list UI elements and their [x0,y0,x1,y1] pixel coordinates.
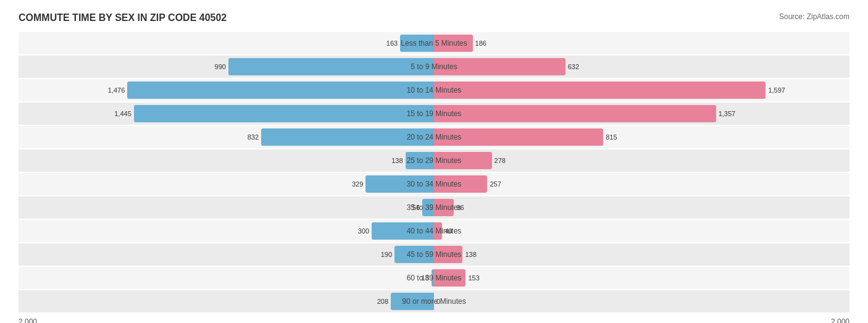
row-label: 90 or more Minutes [402,290,465,313]
female-value: 1,597 [766,86,785,94]
female-side: 1,357 [434,105,716,122]
chart-row: 300 40 to 44 Minutes 40 [19,220,849,242]
female-value: 153 [465,274,479,282]
chart-row: 13 60 to 89 Minutes 153 [19,267,849,289]
female-value: 138 [462,251,476,258]
row-label: 45 to 59 Minutes [407,243,462,266]
male-bar [134,105,434,122]
female-value: 1,357 [716,110,736,117]
row-label: 35 to 39 Minutes [407,196,462,219]
male-side: 1,445 [134,105,434,122]
chart-row: 190 45 to 59 Minutes 138 [19,243,849,266]
source-label: Source: ZipAtlas.com [779,12,849,21]
female-value: 815 [603,133,617,141]
chart-title: COMMUTE TIME BY SEX IN ZIP CODE 40502 [19,12,227,23]
male-bar [228,58,434,75]
male-bar [127,82,434,99]
male-value: 990 [215,63,228,70]
male-value: 1,476 [108,86,128,94]
row-label: 25 to 29 Minutes [407,149,462,172]
chart-row: 990 5 to 9 Minutes 632 [19,56,849,78]
male-value: 1,445 [114,110,134,117]
female-bar [434,105,716,122]
male-value: 208 [377,298,391,305]
row-label: 20 to 24 Minutes [407,126,462,148]
row-label: 15 to 19 Minutes [407,103,462,125]
axis-labels: 2,000 2,000 [19,314,849,323]
row-label: 5 to 9 Minutes [411,56,457,78]
row-label: 10 to 14 Minutes [407,79,462,101]
axis-right: 2,000 [831,317,849,323]
male-side: 990 [228,58,434,75]
male-value: 300 [358,227,372,235]
chart-row: 832 20 to 24 Minutes 815 [19,126,849,148]
row-label: 40 to 44 Minutes [407,220,462,242]
row-label: Less than 5 Minutes [401,32,467,54]
chart-row: 56 35 to 39 Minutes 96 [19,196,849,219]
male-value: 190 [381,251,394,258]
male-value: 138 [391,157,405,164]
female-value: 278 [492,157,506,164]
chart-row: 1,445 15 to 19 Minutes 1,357 [19,103,849,125]
female-value: 257 [487,180,501,188]
row-label: 60 to 89 Minutes [407,267,462,289]
female-value: 632 [565,63,579,70]
female-value: 186 [473,40,486,47]
male-side: 1,476 [127,82,434,99]
male-value: 832 [248,133,261,141]
chart-row: 329 30 to 34 Minutes 257 [19,173,849,195]
chart-row: 208 90 or more Minutes 0 [19,290,849,313]
male-value: 329 [352,180,365,188]
female-bar [434,82,766,99]
chart-area: 163 Less than 5 Minutes 186 990 5 to 9 M… [19,32,849,313]
male-value: 163 [386,40,400,47]
chart-row: 138 25 to 29 Minutes 278 [19,149,849,172]
chart-row: 1,476 10 to 14 Minutes 1,597 [19,79,849,101]
chart-row: 163 Less than 5 Minutes 186 [19,32,849,54]
female-side: 1,597 [434,82,766,99]
axis-left: 2,000 [19,317,37,323]
row-label: 30 to 34 Minutes [407,173,462,195]
